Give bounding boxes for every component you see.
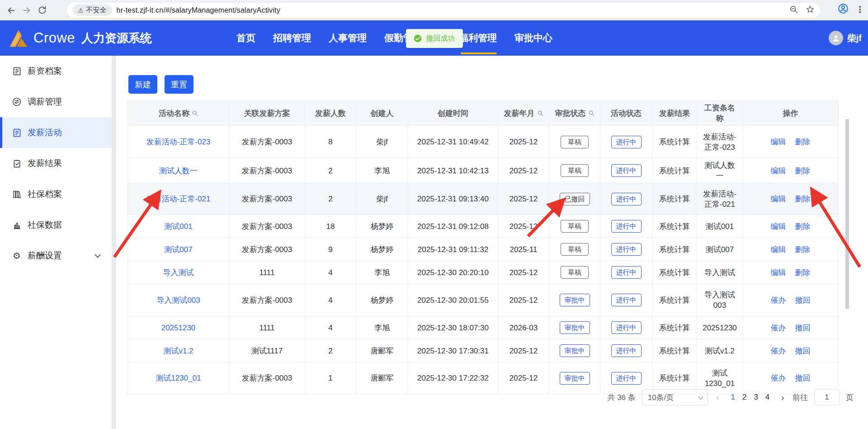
cell-month: 2026-03 xyxy=(498,316,549,339)
browser-reload-icon[interactable] xyxy=(34,3,50,18)
page-number-3[interactable]: 3 xyxy=(750,393,761,402)
page-number-1[interactable]: 1 xyxy=(727,393,738,402)
sidebar-item-label: 薪资档案 xyxy=(28,65,62,77)
user-name: 柴jf xyxy=(847,32,862,44)
sidebar-item-0[interactable]: 薪资档案 xyxy=(0,56,112,86)
activity-name-link[interactable]: 测试人数一 xyxy=(159,167,198,175)
app-title: 人力资源系统 xyxy=(81,30,152,46)
scrollbar-thumb[interactable] xyxy=(845,119,849,309)
action-link[interactable]: 催办 xyxy=(771,323,786,333)
activity-status-badge: 进行中 xyxy=(611,136,642,148)
page-number-2[interactable]: 2 xyxy=(739,393,750,402)
cell-created: 2025-12-31 09:13:40 xyxy=(408,183,498,215)
activity-name-link[interactable]: 测试1230_01 xyxy=(156,374,201,382)
activity-name-link[interactable]: 导入测试 xyxy=(163,268,194,277)
activity-name-link[interactable]: 发薪活动-正常-023 xyxy=(146,138,211,146)
activity-status-badge: 进行中 xyxy=(611,344,642,357)
url-text[interactable]: hr-test.zjf-it.cn/#/salaryManagement/sal… xyxy=(117,6,280,14)
column-header-created: 创建时间 xyxy=(408,101,498,126)
table-header-row: 活动名称关联发薪方案发薪人数创建人创建时间发薪年月审批状态活动状态发薪结果工资条… xyxy=(128,101,839,126)
action-link[interactable]: 编辑 xyxy=(771,244,786,255)
nav-item-5[interactable]: 审批中心 xyxy=(514,20,552,56)
action-link[interactable]: 撤回 xyxy=(795,323,811,333)
salary-activity-table: 活动名称关联发薪方案发薪人数创建人创建时间发薪年月审批状态活动状态发薪结果工资条… xyxy=(127,100,838,394)
column-search-icon[interactable] xyxy=(588,110,594,116)
activity-status-badge: 进行中 xyxy=(611,266,642,279)
browser-back-icon[interactable] xyxy=(4,3,19,18)
warning-icon: ⚠ xyxy=(78,7,84,14)
bookmark-star-icon[interactable] xyxy=(806,5,815,16)
sidebar-item-1[interactable]: 调薪管理 xyxy=(0,86,112,117)
cell-approval: 审批中 xyxy=(549,339,600,362)
cell-result: 系统计算 xyxy=(652,158,697,183)
action-link[interactable]: 删除 xyxy=(795,221,811,232)
cell-ops: 编辑删除 xyxy=(743,126,839,158)
sidebar-item-label: 社保档案 xyxy=(28,188,62,200)
sidebar-item-3[interactable]: 发薪结果 xyxy=(0,148,112,179)
browser-profile-icon[interactable] xyxy=(837,3,849,16)
action-link[interactable]: 编辑 xyxy=(771,267,786,278)
sidebar-item-5[interactable]: 社保数据 xyxy=(0,210,112,240)
page-size-select[interactable]: 10条/页 xyxy=(642,389,708,405)
cell-ops: 编辑删除 xyxy=(743,215,839,238)
action-link[interactable]: 催办 xyxy=(771,346,786,356)
approval-status-badge: 审批中 xyxy=(560,372,590,385)
sidebar-item-6[interactable]: ⚙薪酬设置 xyxy=(0,240,112,271)
activity-name-link[interactable]: 测试001 xyxy=(164,222,192,231)
action-link[interactable]: 删除 xyxy=(795,137,811,147)
action-link[interactable]: 删除 xyxy=(795,267,811,278)
action-link[interactable]: 撤回 xyxy=(795,295,811,305)
brand: Crowe 人力资源系统 xyxy=(8,20,152,56)
action-link[interactable]: 撤回 xyxy=(795,373,811,383)
browser-forward-icon[interactable] xyxy=(19,3,34,18)
zoom-out-icon[interactable] xyxy=(789,5,798,16)
column-search-icon[interactable] xyxy=(537,110,543,116)
column-search-icon[interactable] xyxy=(192,110,198,116)
action-link[interactable]: 编辑 xyxy=(771,166,786,176)
activity-status-badge: 进行中 xyxy=(611,372,642,385)
nav-item-2[interactable]: 人事管理 xyxy=(329,20,367,56)
cell-count: 8 xyxy=(305,126,356,158)
nav-item-0[interactable]: 首页 xyxy=(236,20,255,56)
cell-created: 2025-12-30 20:01:55 xyxy=(408,284,498,316)
action-link[interactable]: 编辑 xyxy=(771,194,786,204)
action-link[interactable]: 催办 xyxy=(771,373,786,383)
cell-ops: 编辑删除 xyxy=(743,158,839,183)
action-link[interactable]: 编辑 xyxy=(771,221,786,232)
activity-name-link[interactable]: 测试v1.2 xyxy=(163,347,193,355)
activity-name-link[interactable]: 导入测试003 xyxy=(156,296,200,305)
user-box[interactable]: 柴jf xyxy=(829,20,862,56)
cell-ops: 编辑删除 xyxy=(743,183,839,215)
page-unit-label: 页 xyxy=(846,392,854,403)
create-button[interactable]: 新建 xyxy=(128,75,157,94)
action-link[interactable]: 编辑 xyxy=(771,137,786,147)
activity-name-link[interactable]: 发薪活动-正常-021 xyxy=(146,195,211,203)
action-link[interactable]: 删除 xyxy=(795,194,811,204)
reset-button[interactable]: 重置 xyxy=(165,75,193,94)
browser-menu-icon[interactable]: ⋮ xyxy=(855,4,864,15)
activity-name-link[interactable]: 20251230 xyxy=(161,324,196,332)
activity-name-link[interactable]: 测试007 xyxy=(164,245,192,254)
cell-creator: 柴jf xyxy=(356,126,408,158)
sidebar-item-4[interactable]: 社保档案 xyxy=(0,179,112,210)
prev-page-button[interactable]: ‹ xyxy=(714,392,721,403)
cell-plan: 发薪方案-0003 xyxy=(229,126,305,158)
action-link[interactable]: 撤回 xyxy=(795,346,811,356)
action-link[interactable]: 删除 xyxy=(795,244,811,255)
next-page-button[interactable]: › xyxy=(779,392,786,403)
table-row-3: 测试001发薪方案-000318杨梦婷2025-12-31 09:12:0820… xyxy=(128,215,839,238)
cell-creator: 李旭 xyxy=(356,261,408,284)
goto-page-input[interactable] xyxy=(814,389,840,405)
cell-count: 4 xyxy=(305,284,356,316)
page-number-4[interactable]: 4 xyxy=(762,393,773,402)
address-bar[interactable]: ⚠ 不安全 hr-test.zjf-it.cn/#/salaryManageme… xyxy=(67,3,820,18)
cell-approval: 审批中 xyxy=(549,362,600,394)
nav-item-1[interactable]: 招聘管理 xyxy=(273,20,311,56)
cell-plan: 测试1117 xyxy=(229,339,305,362)
sidebar-item-2[interactable]: 发薪活动 xyxy=(0,117,112,148)
security-chip[interactable]: ⚠ 不安全 xyxy=(72,5,112,16)
action-link[interactable]: 删除 xyxy=(795,166,811,176)
cell-payslip: 导入测试003 xyxy=(697,284,743,316)
action-link[interactable]: 催办 xyxy=(771,295,786,305)
crowe-logo-icon xyxy=(8,28,29,48)
